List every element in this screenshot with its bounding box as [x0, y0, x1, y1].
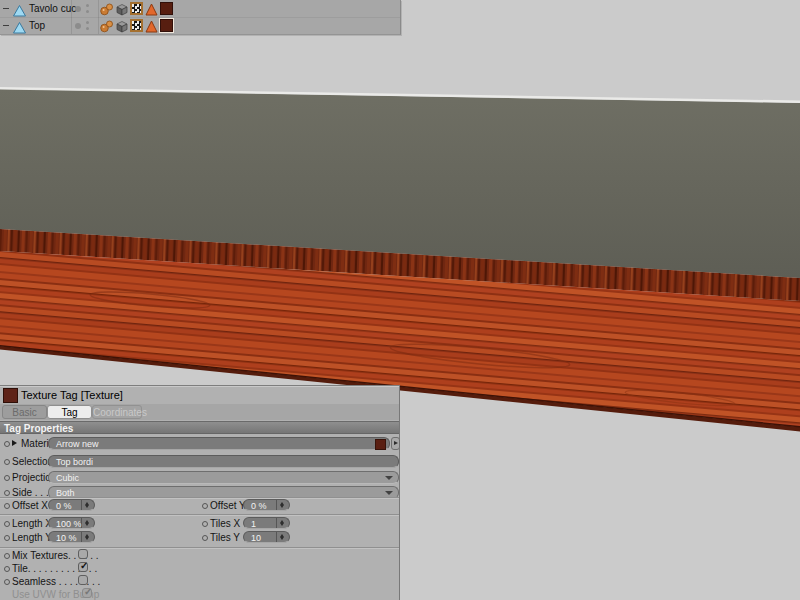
visibility-render-dot[interactable]: [86, 21, 89, 24]
texture-tag-swatch-icon: [3, 388, 18, 403]
expand-arrow-icon[interactable]: [12, 440, 17, 446]
object-manager: Tavolo cuc Top: [0, 0, 401, 35]
animation-dot-icon[interactable]: [4, 475, 10, 481]
mix-textures-checkbox[interactable]: [78, 549, 88, 559]
animation-dot-icon[interactable]: [202, 503, 208, 509]
selection-value: Top bordi: [56, 457, 93, 467]
tiles-y-field[interactable]: 10: [243, 531, 290, 543]
visibility-editor-dot[interactable]: [75, 23, 81, 29]
animation-dot-icon[interactable]: [202, 521, 208, 527]
length-x-value: 100 %: [56, 519, 82, 529]
selection-field[interactable]: Top bordi: [48, 455, 399, 468]
use-uvw-for-bump-row: Use UVW for Bump ✓: [0, 588, 399, 600]
material-picker-button[interactable]: [391, 437, 400, 450]
animation-dot-icon[interactable]: [4, 579, 10, 585]
offset-row: Offset X 0 % Offset Y 0 %: [0, 499, 399, 514]
polygon-object-icon: [13, 20, 26, 32]
animation-dot-icon[interactable]: [4, 441, 10, 447]
tiles-x-field[interactable]: 1: [243, 517, 290, 529]
panel-title: Texture Tag [Texture]: [21, 389, 123, 401]
checkmark: ✓: [84, 586, 92, 597]
offset-x-field[interactable]: 0 %: [48, 499, 95, 511]
projection-row: Projection Cubic: [0, 471, 399, 486]
tiles-y-label: Tiles Y: [210, 532, 240, 543]
animation-dot-icon[interactable]: [4, 521, 10, 527]
phong-tag-icon[interactable]: [100, 2, 113, 15]
seamless-checkbox[interactable]: [78, 575, 88, 585]
object-name[interactable]: Top: [29, 20, 45, 31]
animation-dot-icon[interactable]: [4, 503, 10, 509]
length-y-field[interactable]: 10 %: [48, 531, 95, 543]
tab-basic[interactable]: Basic: [2, 405, 47, 419]
uvw-tag-icon[interactable]: [130, 19, 143, 32]
visibility-render-dot[interactable]: [86, 27, 89, 30]
length-x-row: Length X 100 % Tiles X 1: [0, 517, 399, 532]
section-header: Tag Properties: [0, 421, 399, 434]
stepper-icon[interactable]: [276, 500, 289, 510]
panel-titlebar: Texture Tag [Texture]: [0, 386, 399, 404]
selection-label: Selection: [12, 456, 53, 467]
object-name[interactable]: Tavolo cuc: [29, 3, 76, 14]
use-uvw-for-bump-checkbox: ✓: [82, 588, 92, 598]
offset-y-field[interactable]: 0 %: [243, 499, 290, 511]
tab-tag[interactable]: Tag: [47, 405, 92, 419]
animation-dot-icon[interactable]: [202, 535, 208, 541]
projection-dropdown[interactable]: Cubic: [48, 471, 399, 484]
length-y-row: Length Y 10 % Tiles Y 10: [0, 531, 399, 546]
animation-dot-icon[interactable]: [4, 459, 10, 465]
object-row-top[interactable]: Top: [0, 17, 400, 34]
object-row-tavolo[interactable]: Tavolo cuc: [0, 1, 400, 17]
compositing-tag-icon[interactable]: [115, 2, 128, 15]
tile-checkbox[interactable]: ✓: [78, 562, 88, 572]
uvw-tag-icon[interactable]: [130, 2, 143, 15]
tiles-x-label: Tiles X: [210, 518, 240, 529]
polygon-object-icon: [13, 3, 26, 15]
texture-tag-icon-selected[interactable]: [160, 19, 173, 32]
visibility-render-dot[interactable]: [86, 10, 89, 13]
material-field[interactable]: Arrow new: [48, 437, 390, 450]
length-x-field[interactable]: 100 %: [48, 517, 95, 529]
compositing-tag-icon[interactable]: [115, 19, 128, 32]
collapse-icon[interactable]: [3, 25, 9, 26]
stepper-icon[interactable]: [81, 500, 94, 510]
material-row: Material Arrow new: [0, 437, 399, 452]
offset-y-label: Offset Y: [210, 500, 246, 511]
animation-dot-icon[interactable]: [4, 566, 10, 572]
length-x-label: Length X: [12, 518, 52, 529]
dropdown-caret-icon: [385, 476, 393, 480]
stepper-icon[interactable]: [276, 532, 289, 542]
stepper-icon[interactable]: [81, 518, 94, 528]
projection-value: Cubic: [56, 473, 79, 483]
checkmark: ✓: [80, 560, 88, 571]
length-y-label: Length Y: [12, 532, 52, 543]
stepper-icon[interactable]: [276, 518, 289, 528]
tab-strip: Basic Tag Coordinates: [0, 404, 399, 420]
material-value: Arrow new: [56, 439, 99, 449]
texture-tag-icon[interactable]: [160, 2, 173, 15]
offset-y-value: 0 %: [251, 501, 267, 511]
texture-tag-panel: Texture Tag [Texture] Basic Tag Coordina…: [0, 385, 400, 600]
phong-tag-icon[interactable]: [100, 19, 113, 32]
collapse-icon[interactable]: [3, 8, 9, 9]
animation-dot-icon[interactable]: [4, 553, 10, 559]
animation-dot-icon[interactable]: [4, 535, 10, 541]
offset-x-value: 0 %: [56, 501, 72, 511]
selection-tag-icon[interactable]: [145, 2, 158, 15]
separator: [0, 514, 399, 516]
selection-tag-icon[interactable]: [145, 19, 158, 32]
dropdown-caret-icon: [385, 491, 393, 495]
material-preview-swatch: [375, 439, 386, 450]
stepper-icon[interactable]: [81, 532, 94, 542]
visibility-editor-dot[interactable]: [75, 6, 81, 12]
offset-x-label: Offset X: [12, 500, 48, 511]
tiles-y-value: 10: [251, 533, 261, 543]
animation-dot-icon[interactable]: [4, 490, 10, 496]
tab-coordinates[interactable]: Coordinates: [92, 405, 142, 419]
visibility-render-dot[interactable]: [86, 4, 89, 7]
length-y-value: 10 %: [56, 533, 77, 543]
selection-row: Selection Top bordi: [0, 455, 399, 470]
tiles-x-value: 1: [251, 519, 256, 529]
